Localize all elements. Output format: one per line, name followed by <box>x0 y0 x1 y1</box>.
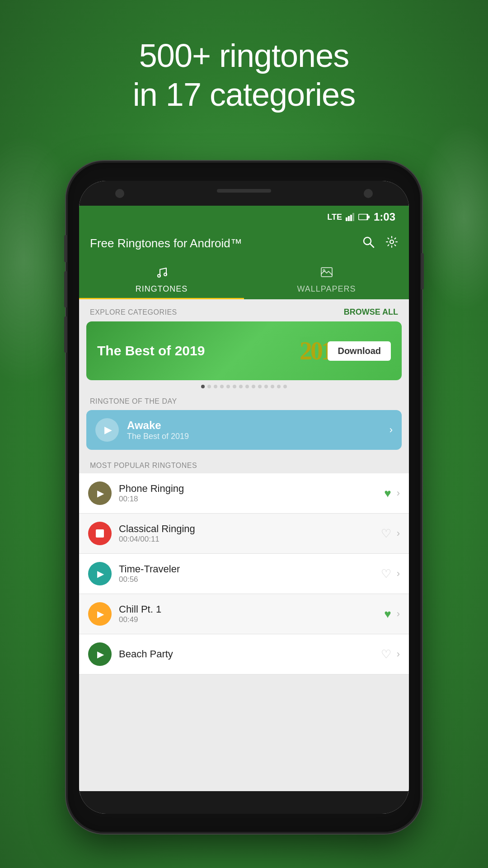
chevron-icon-4[interactable]: › <box>397 608 400 620</box>
ring-name-5: Beach Party <box>119 648 381 660</box>
rotd-chevron-icon[interactable]: › <box>389 424 393 436</box>
status-time: 1:03 <box>374 211 395 223</box>
dot-7 <box>239 385 243 388</box>
front-camera-left <box>115 189 124 198</box>
chevron-icon-5[interactable]: › <box>397 648 400 660</box>
chevron-icon-1[interactable]: › <box>397 487 400 499</box>
play-button-1[interactable]: ▶ <box>88 481 112 505</box>
power-button <box>421 253 424 289</box>
ring-info-1: Phone Ringing 00:18 <box>119 483 384 504</box>
phone-screen: LTE 1:03 <box>79 181 409 814</box>
search-icon[interactable] <box>362 236 375 251</box>
rotd-subtitle: The Best of 2019 <box>127 432 389 441</box>
tab-ringtones[interactable]: RINGTONES <box>79 259 244 299</box>
favorite-icon-1[interactable]: ♥ <box>384 486 391 500</box>
svg-rect-2 <box>350 215 352 221</box>
dot-10 <box>258 385 262 388</box>
svg-rect-1 <box>348 216 350 221</box>
favorite-icon-4[interactable]: ♥ <box>384 607 391 621</box>
play-button-4[interactable]: ▶ <box>88 602 112 626</box>
play-icon-1: ▶ <box>97 488 104 499</box>
play-icon-5: ▶ <box>97 649 104 660</box>
battery-icon <box>358 213 370 221</box>
svg-point-13 <box>323 269 325 271</box>
headline-line2: in 17 categories <box>0 75 488 114</box>
svg-rect-3 <box>352 213 354 221</box>
phone-speaker <box>217 189 271 193</box>
ring-info-3: Time-Traveler 00:56 <box>119 563 381 584</box>
ringtones-tab-icon <box>155 266 168 282</box>
dot-4 <box>220 385 224 388</box>
wallpapers-tab-label: WALLPAPERS <box>297 284 356 294</box>
dot-3 <box>214 385 217 388</box>
browse-all-button[interactable]: BROWSE ALL <box>344 307 398 317</box>
ring-duration-2: 00:04/00:11 <box>119 535 381 544</box>
download-button[interactable]: Download <box>328 341 391 361</box>
play-button-3[interactable]: ▶ <box>88 562 112 585</box>
svg-rect-5 <box>368 216 370 218</box>
stop-button-2[interactable] <box>88 522 112 545</box>
ringtone-item[interactable]: Classical Ringing 00:04/00:11 ♡ › <box>79 514 409 554</box>
phone-top-bar <box>79 181 409 206</box>
rotd-info: Awake The Best of 2019 <box>127 419 389 441</box>
front-camera-right <box>364 189 373 198</box>
play-button-5[interactable]: ▶ <box>88 642 112 666</box>
chevron-icon-3[interactable]: › <box>397 568 400 580</box>
banner-title: The Best of 2019 <box>97 343 328 359</box>
status-bar: LTE 1:03 <box>79 206 409 228</box>
stop-icon-2 <box>96 529 104 538</box>
ring-name-3: Time-Traveler <box>119 563 381 575</box>
promo-banner[interactable]: The Best of 2019 2019 Download <box>86 321 402 380</box>
rotd-section: RINGTONE OF THE DAY ▶ Awake The Best of … <box>79 393 409 450</box>
ring-duration-3: 00:56 <box>119 575 381 584</box>
tab-wallpapers[interactable]: WALLPAPERS <box>244 259 409 299</box>
ringtone-item[interactable]: ▶ Chill Pt. 1 00:49 ♥ › <box>79 594 409 634</box>
lte-icon: LTE <box>327 212 342 222</box>
tabs: RINGTONES WALLPAPERS <box>79 259 409 299</box>
ringtone-item[interactable]: ▶ Beach Party ♡ › <box>79 634 409 675</box>
ring-name-1: Phone Ringing <box>119 483 384 495</box>
dot-12 <box>271 385 274 388</box>
banner-dots <box>79 380 409 393</box>
ring-info-4: Chill Pt. 1 00:49 <box>119 604 384 624</box>
ringtone-item[interactable]: ▶ Time-Traveler 00:56 ♡ › <box>79 554 409 594</box>
favorite-icon-2[interactable]: ♡ <box>381 527 391 541</box>
play-icon-3: ▶ <box>97 568 104 579</box>
headline: 500+ ringtones in 17 categories <box>0 36 488 114</box>
svg-point-10 <box>158 274 160 277</box>
ring-name-4: Chill Pt. 1 <box>119 604 384 615</box>
popular-label: MOST POPULAR RINGTONES <box>79 457 409 473</box>
popular-section: MOST POPULAR RINGTONES ▶ Phone Ringing 0… <box>79 457 409 675</box>
settings-icon[interactable] <box>385 236 398 251</box>
phone-shell: LTE 1:03 <box>68 163 420 832</box>
favorite-icon-5[interactable]: ♡ <box>381 647 391 661</box>
status-icons: LTE <box>327 212 370 222</box>
phone-mockup: LTE 1:03 <box>68 163 420 832</box>
dot-5 <box>226 385 230 388</box>
favorite-icon-3[interactable]: ♡ <box>381 567 391 581</box>
rotd-item[interactable]: ▶ Awake The Best of 2019 › <box>86 410 402 450</box>
ring-name-2: Classical Ringing <box>119 523 381 535</box>
ringtones-tab-label: RINGTONES <box>136 284 188 294</box>
app-header: Free Ringtones for Android™ <box>79 228 409 259</box>
dot-1 <box>201 385 205 388</box>
ring-info-2: Classical Ringing 00:04/00:11 <box>119 523 381 544</box>
header-icons <box>362 236 398 251</box>
dot-8 <box>245 385 249 388</box>
play-triangle-icon: ▶ <box>104 424 112 436</box>
explore-label: EXPLORE CATEGORIES <box>90 308 177 316</box>
ringtone-item[interactable]: ▶ Phone Ringing 00:18 ♥ › <box>79 473 409 514</box>
app-title: Free Ringtones for Android™ <box>90 236 242 250</box>
phone-bottom-bar <box>79 791 409 814</box>
svg-point-11 <box>164 273 167 276</box>
svg-rect-0 <box>346 217 347 221</box>
dot-13 <box>277 385 281 388</box>
play-icon-4: ▶ <box>97 609 104 619</box>
main-content: EXPLORE CATEGORIES BROWSE ALL The Best o… <box>79 299 409 796</box>
dot-14 <box>283 385 287 388</box>
explore-header: EXPLORE CATEGORIES BROWSE ALL <box>79 299 409 321</box>
chevron-icon-2[interactable]: › <box>397 528 400 539</box>
dot-6 <box>233 385 236 388</box>
rotd-play-button[interactable]: ▶ <box>95 418 119 442</box>
dot-2 <box>207 385 211 388</box>
